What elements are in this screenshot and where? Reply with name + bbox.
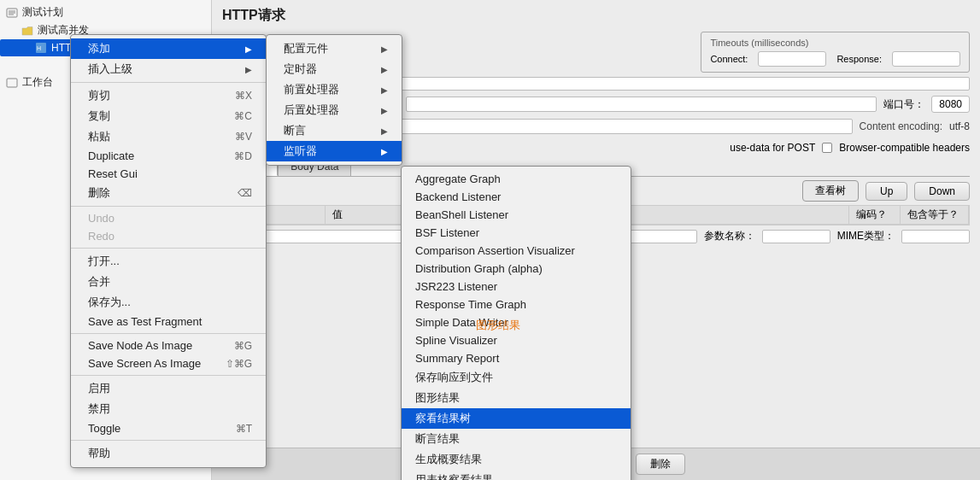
submenu-item-assertion[interactable]: 断言▶: [267, 120, 402, 141]
submenu-item-pre-processor[interactable]: 前置处理器▶: [267, 79, 402, 100]
submenu-item-listener[interactable]: 监听器▶: [267, 141, 402, 161]
menu-item-label: 启用: [88, 381, 110, 396]
menu-item-save-fragment[interactable]: Save as Test Fragment: [71, 313, 266, 331]
host-input[interactable]: [406, 97, 877, 112]
listener-item-view-results-tree[interactable]: 察看结果树: [402, 408, 631, 429]
port-value[interactable]: 8080: [931, 96, 970, 113]
http-icon: H: [34, 41, 48, 55]
col-encode: 编码？: [849, 206, 901, 224]
menu-item-help[interactable]: 帮助: [71, 443, 266, 464]
sidebar-item-label: 测试计划: [22, 5, 63, 20]
mime-label: MIME类型：: [837, 229, 895, 243]
menu-shortcut: ⌫: [238, 187, 252, 199]
menu-shortcut: ⇧⌘G: [226, 358, 252, 370]
listener-item-response-time-graph[interactable]: Response Time Graph: [402, 296, 631, 313]
menu-item-label: 插入上级: [88, 61, 132, 77]
delete-button[interactable]: 删除: [636, 454, 685, 475]
menu-item-disable[interactable]: 禁用: [71, 399, 266, 419]
view-tree-button[interactable]: 查看树: [802, 180, 859, 202]
timeouts-box: Timeouts (milliseconds) Connect: Respons…: [701, 32, 970, 73]
menu-item-duplicate[interactable]: Duplicate⌘D: [71, 147, 266, 165]
menu-shortcut: ⌘G: [234, 340, 252, 352]
menu-item-toggle[interactable]: Toggle⌘T: [71, 419, 266, 437]
menu-item-save-as[interactable]: 保存为...: [71, 292, 266, 313]
listener-item-generate-summary[interactable]: 生成概要结果: [402, 449, 631, 470]
menu-item-insert-parent[interactable]: 插入上级▶: [71, 59, 266, 79]
submenu-arrow-icon: ▶: [381, 126, 388, 136]
menu-item-save-node-image[interactable]: Save Node As Image⌘G: [71, 337, 266, 354]
listener-item-label: JSR223 Listener: [415, 280, 497, 293]
menu-item-label: 合并: [88, 274, 110, 290]
svg-rect-6: [7, 79, 17, 87]
listener-item-table-results[interactable]: 用表格察看结果: [402, 470, 631, 480]
menu-item-label: Save Node As Image: [88, 339, 192, 352]
submenu-arrow-icon: ▶: [381, 85, 388, 95]
param-name-input[interactable]: [762, 230, 830, 243]
listener-item-summary-report[interactable]: Summary Report: [402, 349, 631, 367]
listener-item-label: 断言结果: [415, 431, 460, 447]
menu-item-cut[interactable]: 剪切⌘X: [71, 85, 266, 106]
menu-item-redo[interactable]: Redo: [71, 227, 266, 245]
menu-item-label: Undo: [88, 212, 114, 225]
menu-separator: [71, 248, 266, 249]
menu-item-add[interactable]: 添加▶: [71, 38, 266, 59]
sidebar-item-test-plan[interactable]: 测试计划: [0, 3, 211, 21]
browser-headers-checkbox[interactable]: [822, 143, 832, 153]
menu-item-label: 剪切: [88, 88, 110, 103]
listener-item-assertion-results[interactable]: 断言结果: [402, 429, 631, 449]
listener-item-simple-data-writer[interactable]: Simple Data Writer: [402, 313, 631, 331]
down-button[interactable]: Down: [914, 182, 970, 201]
menu-item-save-screen-image[interactable]: Save Screen As Image⇧⌘G: [71, 354, 266, 372]
menu-item-open[interactable]: 打开...: [71, 251, 266, 272]
menu-item-undo[interactable]: Undo: [71, 209, 266, 227]
menu-item-delete[interactable]: 删除⌫: [71, 183, 266, 203]
listener-item-label: Summary Report: [415, 352, 499, 365]
menu-item-label: 帮助: [88, 446, 110, 461]
menu-item-label: Toggle: [88, 422, 120, 435]
post-label: use-data for POST: [730, 142, 815, 154]
menu-item-merge[interactable]: 合并: [71, 272, 266, 292]
submenu-arrow-icon: ▶: [245, 65, 252, 74]
listener-item-spline-visualizer[interactable]: Spline Visualizer: [402, 331, 631, 349]
up-button[interactable]: Up: [866, 182, 907, 201]
submenu-item-label: 配置元件: [284, 41, 328, 56]
listener-item-label: Simple Data Writer: [415, 316, 508, 329]
listener-item-distribution-graph[interactable]: Distribution Graph (alpha): [402, 260, 631, 278]
menu-item-paste[interactable]: 粘贴⌘V: [71, 126, 266, 147]
submenu-item-label: 监听器: [284, 143, 317, 159]
listener-item-label: 用表格察看结果: [415, 472, 493, 480]
listener-item-aggregate-graph[interactable]: Aggregate Graph: [402, 170, 631, 188]
listener-item-label: BeanShell Listener: [415, 208, 508, 221]
menu-item-copy[interactable]: 复制⌘C: [71, 106, 266, 126]
response-label: Response:: [836, 54, 882, 64]
connect-input[interactable]: [758, 51, 826, 67]
response-input[interactable]: [892, 51, 960, 67]
listener-item-backend-listener[interactable]: Backend Listener: [402, 188, 631, 206]
listener-item-jsr223-listener[interactable]: JSR223 Listener: [402, 278, 631, 296]
listener-item-label: 生成概要结果: [415, 452, 482, 467]
submenu-item-config-element[interactable]: 配置元件▶: [267, 38, 402, 59]
listener-item-comparison-assertion[interactable]: Comparison Assertion Visualizer: [402, 242, 631, 260]
listener-item-beanshell-listener[interactable]: BeanShell Listener: [402, 206, 631, 224]
listener-item-bsf-listener[interactable]: BSF Listener: [402, 224, 631, 242]
submenu-item-timer[interactable]: 定时器▶: [267, 59, 402, 79]
menu-shortcut: ⌘T: [236, 423, 252, 435]
submenu-item-post-processor[interactable]: 后置处理器▶: [267, 100, 402, 120]
listener-item-label: Response Time Graph: [415, 298, 526, 311]
col-include: 包含等于？: [901, 206, 969, 224]
menu-separator: [71, 333, 266, 334]
listener-item-graph-results[interactable]: 图形结果: [402, 388, 631, 408]
listener-item-save-response[interactable]: 保存响应到文件: [402, 367, 631, 388]
encoding-label: Content encoding:: [860, 120, 942, 132]
submenu-arrow-icon: ▶: [245, 44, 252, 54]
submenu-arrow-icon: ▶: [381, 44, 388, 54]
listener-item-label: Aggregate Graph: [415, 173, 501, 185]
mime-input[interactable]: [901, 230, 970, 243]
menu-item-label: Reset Gui: [88, 167, 138, 180]
menu-item-enable[interactable]: 启用: [71, 378, 266, 399]
listener-item-label: 保存响应到文件: [415, 370, 493, 385]
context-menu-1: 添加▶插入上级▶剪切⌘X复制⌘C粘贴⌘VDuplicate⌘DReset Gui…: [70, 34, 267, 468]
menu-item-label: 打开...: [88, 254, 120, 269]
connect-label: Connect:: [710, 54, 748, 64]
menu-item-reset-gui[interactable]: Reset Gui: [71, 165, 266, 183]
